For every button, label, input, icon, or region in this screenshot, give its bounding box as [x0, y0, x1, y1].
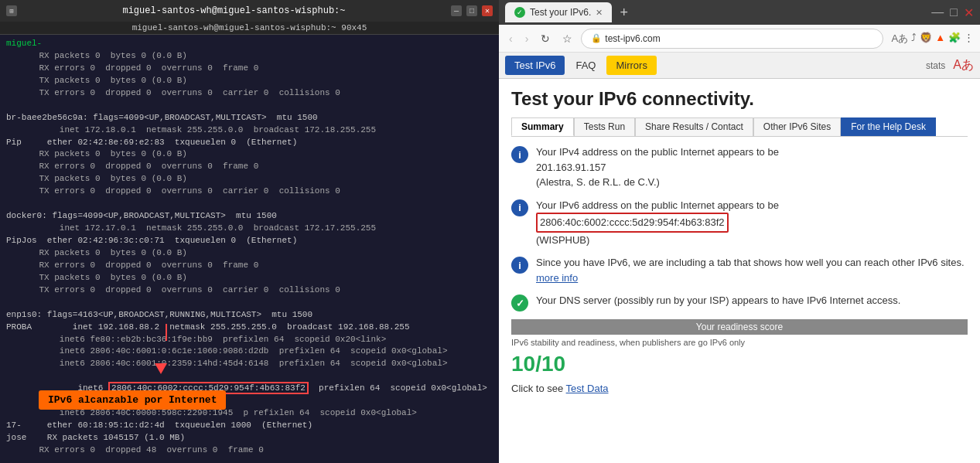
- terminal-line: TX packets 0 bytes 0 (0.0 B): [6, 75, 493, 87]
- info-icon-ipv4: i: [511, 146, 528, 163]
- terminal-line: TX packets 0 bytes 0 (0.0 B): [6, 173, 493, 186]
- terminal-line: PROBA inet 192.168.88.2 netmask 255.255.…: [6, 322, 493, 334]
- share-icon[interactable]: ⤴: [911, 32, 917, 46]
- terminal-line: docker0: flags=4099<UP,BROADCAST,MULTICA…: [6, 210, 493, 223]
- site-content: Test your IPv6 connectivity. Summary Tes…: [499, 79, 980, 463]
- ipv6-annotation: IPv6 alcanzable por Internet: [39, 390, 226, 410]
- readiness-sub: IPv6 stability and readiness, when publi…: [511, 338, 968, 347]
- site-tab-faq[interactable]: FAQ: [566, 56, 605, 75]
- inner-tab-tests-run[interactable]: Tests Run: [574, 117, 635, 136]
- site-navigation: Test IPv6 FAQ Mirrors stats Aあ: [499, 53, 980, 79]
- translate-a-icon[interactable]: Aあ: [953, 57, 974, 73]
- browser-menu-icon[interactable]: ⋮: [964, 32, 974, 46]
- terminal-line: TX errors 0 dropped 0 overruns 0 carrier…: [6, 186, 493, 198]
- terminal-line: br-baee2be56c9a: flags=4099<UP,BROADCAST…: [6, 112, 493, 124]
- inner-tabs: Summary Tests Run Share Results / Contac…: [511, 117, 968, 137]
- terminal-controls: — □ ✕: [451, 5, 493, 16]
- info-item-ipv4: i Your IPv4 address on the public Intern…: [511, 145, 968, 190]
- terminal-line: inet6 2806:40c:6001:0:6c1e:1060:9086:d2d…: [6, 346, 493, 358]
- info-text-dns: Your DNS server (possibly run by your IS…: [536, 293, 900, 308]
- inner-tab-other-sites[interactable]: Other IPv6 Sites: [753, 117, 841, 136]
- terminal-line: jose RX packets 1045157 (1.0 MB): [6, 432, 493, 444]
- site-stats[interactable]: stats: [926, 60, 945, 71]
- lock-icon: 🔒: [591, 33, 602, 43]
- terminal-line: Pip ether 02:42:8e:69:e2:83 txqueuelen 0…: [6, 137, 493, 149]
- info-item-tab-info: i Since you have IPv6, we are including …: [511, 255, 968, 285]
- browser-nav-icons: Aあ ⤴ 🦁 ▲ 🧩 ⋮: [891, 32, 974, 46]
- terminal-minimize[interactable]: —: [451, 5, 462, 16]
- info-icon-dns: ✓: [511, 294, 528, 312]
- site-tab-mirrors[interactable]: Mirrors: [606, 56, 656, 75]
- site-tab-label: Test IPv6: [514, 60, 555, 71]
- address-bar[interactable]: 🔒 test-ipv6.com: [581, 29, 883, 49]
- browser-maximize-icon[interactable]: □: [950, 5, 958, 19]
- terminal-line: RX packets 0 bytes 0 (0.0 B): [6, 148, 493, 161]
- arrow-down-icon: [155, 363, 167, 374]
- tab-favicon-icon: ✓: [514, 7, 525, 18]
- terminal-line: [6, 100, 493, 112]
- back-button[interactable]: ‹: [505, 31, 517, 46]
- browser-close-icon[interactable]: ✕: [964, 5, 974, 20]
- terminal-line: RX errors 0 dropped 48 overruns 0 frame …: [6, 444, 493, 457]
- info-item-ipv6: i Your IPv6 address on the public Intern…: [511, 198, 968, 248]
- info-text-ipv6: Your IPv6 address on the public Internet…: [536, 198, 779, 248]
- translate-icon[interactable]: Aあ: [891, 32, 908, 46]
- terminal-line: RX errors 0 dropped 0 overruns 0 frame 0: [6, 260, 493, 272]
- arrow-svg: [159, 324, 174, 343]
- browser-navbar: ‹ › ↻ ☆ 🔒 test-ipv6.com Aあ ⤴ 🦁 ▲ 🧩 ⋮: [499, 25, 980, 53]
- terminal-subtitle: miguel-santos-wh@miguel-santos-wisphub:~…: [0, 22, 499, 35]
- refresh-button[interactable]: ↻: [537, 31, 554, 46]
- site-tab-label: FAQ: [575, 60, 596, 71]
- terminal-close[interactable]: ✕: [482, 5, 493, 16]
- browser-window: ✓ Test your IPv6. ✕ + — □ ✕ ‹ › ↻ ☆ 🔒 te…: [499, 0, 980, 463]
- terminal-line: TX packets 0 bytes 0 (0.0 B): [6, 272, 493, 284]
- more-info-link[interactable]: more info: [536, 272, 578, 284]
- terminal-line: 17- ether 60:18:95:1c:d2:4d txqueuelen 1…: [6, 420, 493, 432]
- readiness-bar: Your readiness score: [511, 319, 968, 335]
- terminal-title: miguel-santos-wh@miguel-santos-wisphub:~: [17, 5, 451, 16]
- terminal-line: inet6 2806:40c:6001:0:2359:14hd:45d4:614…: [6, 358, 493, 370]
- page-title: Test your IPv6 connectivity.: [511, 88, 968, 110]
- info-text-tab-info: Since you have IPv6, we are including a …: [536, 255, 968, 285]
- terminal-titlebar: ⊞ miguel-santos-wh@miguel-santos-wisphub…: [0, 0, 499, 22]
- terminal-line: TX errors 0 dropped 0 overruns 0 carrier…: [6, 87, 493, 100]
- inner-tab-help-desk[interactable]: For the Help Desk: [841, 117, 936, 136]
- test-data-section: Click to see Test Data: [511, 383, 968, 394]
- site-tab-label: Mirrors: [616, 60, 647, 71]
- readiness-score: 10/10: [511, 352, 968, 376]
- terminal-line: PipJos ether 02:42:96:3c:c0:71 txqueuele…: [6, 235, 493, 247]
- ipv6-line-suffix: prefixlen 64 scopeid 0x0<global>: [309, 383, 487, 393]
- info-icon-ipv6: i: [511, 199, 528, 216]
- terminal-line: enp1s0: flags=4163<UP,BROADCAST,RUNNING,…: [6, 309, 493, 322]
- terminal-body: miguel- RX packets 0 bytes 0 (0.0 B) RX …: [0, 35, 499, 458]
- ipv6-address-display: 2806:40c:6002:cccc:5d29:954f:4b63:83f2: [536, 213, 729, 233]
- address-text: test-ipv6.com: [605, 33, 660, 44]
- site-tab-test-ipv6[interactable]: Test IPv6: [505, 56, 565, 75]
- info-item-dns: ✓ Your DNS server (possibly run by your …: [511, 293, 968, 312]
- info-icon-tab-info: i: [511, 257, 528, 274]
- forward-button[interactable]: ›: [521, 31, 533, 46]
- extensions-icon[interactable]: 🧩: [948, 32, 961, 46]
- inner-tab-summary[interactable]: Summary: [511, 117, 574, 136]
- new-tab-button[interactable]: +: [615, 5, 633, 21]
- terminal-line: RX packets 0 bytes 0 (0.0 B): [6, 247, 493, 260]
- brave-shield-icon[interactable]: 🦁: [920, 32, 932, 46]
- terminal-line: RX packets 0 bytes 0 (0.0 B): [6, 50, 493, 63]
- browser-tab[interactable]: ✓ Test your IPv6. ✕: [505, 2, 612, 22]
- info-text-ipv4: Your IPv4 address on the public Internet…: [536, 145, 779, 190]
- tab-title: Test your IPv6.: [530, 7, 591, 18]
- terminal-line: RX errors 0 dropped 0 overruns 0 frame 0: [6, 161, 493, 173]
- tab-close-button[interactable]: ✕: [596, 8, 603, 18]
- inner-tab-share[interactable]: Share Results / Contact: [635, 117, 753, 136]
- terminal-grid-icon[interactable]: ⊞: [6, 5, 17, 16]
- test-data-link[interactable]: Test Data: [566, 383, 609, 394]
- browser-minimize-icon[interactable]: —: [931, 5, 944, 19]
- brave-icon[interactable]: ▲: [935, 32, 945, 46]
- terminal-line: RX errors 0 dropped 0 overruns 0 frame 0: [6, 63, 493, 75]
- terminal-line: inet6 fe80::eb2b:bc36:1f9e:bb9 prefixlen…: [6, 334, 493, 346]
- terminal-line: TX errors 0 dropped 0 overruns 0 carrier…: [6, 284, 493, 297]
- terminal-line: [6, 297, 493, 309]
- terminal-maximize[interactable]: □: [466, 5, 477, 16]
- terminal-line: inet 172.17.0.1 netmask 255.255.0.0 broa…: [6, 223, 493, 235]
- bookmark-button[interactable]: ☆: [558, 31, 576, 46]
